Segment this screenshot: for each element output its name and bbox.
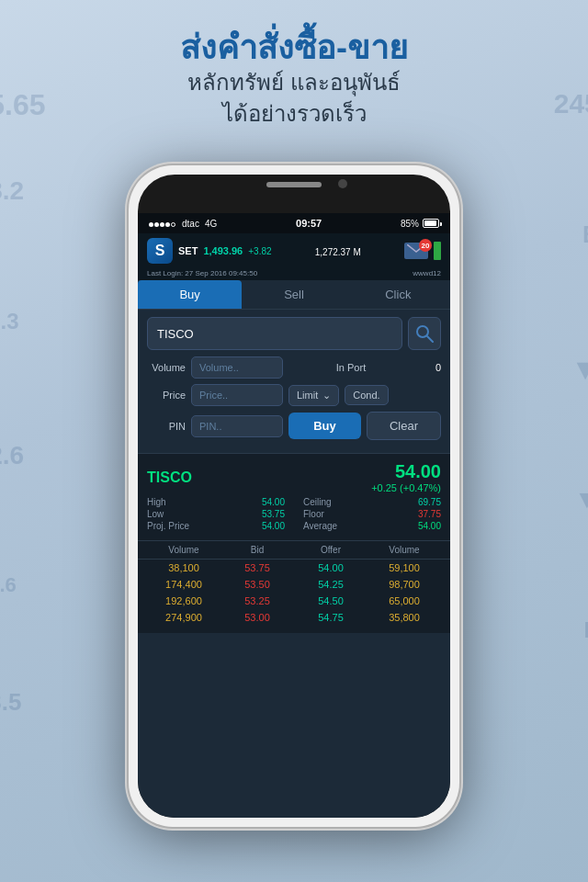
stock-price: 54.00 <box>395 461 441 481</box>
ob-vol1-4: 274,900 <box>147 612 220 623</box>
inport-label: In Port <box>288 362 413 373</box>
ob-vol2-2: 98,700 <box>368 579 441 590</box>
network-label: 4G <box>205 219 217 229</box>
login-info: Last Login: 27 Sep 2016 09:45:50 <box>147 269 257 277</box>
ob-vol1-1: 38,100 <box>147 562 220 573</box>
mail-icon-wrap[interactable]: 20 <box>404 243 428 259</box>
app-index: SET 1,493.96 +3.82 <box>178 245 272 256</box>
ob-offer-1: 54.00 <box>294 562 368 573</box>
tab-sell[interactable]: Sell <box>242 280 345 309</box>
svg-line-2 <box>427 336 433 342</box>
volume-label: Volume <box>147 362 186 373</box>
index-value: 1,493.96 <box>203 245 243 256</box>
floor-row: Floor 37.75 <box>303 509 441 519</box>
header-subtitle-1: หลักทรัพย์ และอนุพันธ์ <box>0 67 588 98</box>
stock-change: +0.25 (+0.47%) <box>371 482 441 493</box>
ob-bid-3: 53.25 <box>220 595 294 606</box>
phone-frame: dtac 4G 09:57 85% S SE <box>129 165 459 827</box>
search-button[interactable] <box>408 317 441 350</box>
form-area: TISCO Volume In Port 0 <box>138 310 450 453</box>
carrier-label: dtac <box>182 219 199 229</box>
low-label: Low <box>147 509 164 519</box>
buy-button[interactable]: Buy <box>288 413 361 439</box>
symbol-search-row: TISCO <box>147 317 441 350</box>
svg-point-1 <box>417 326 428 337</box>
ob-vol1-2: 174,400 <box>147 579 220 590</box>
ob-offer-2: 54.25 <box>294 579 368 590</box>
floor-label: Floor <box>303 509 324 519</box>
detail-col-left: High 54.00 Low 53.75 Proj. Price 54.00 <box>147 497 285 533</box>
battery-label: 85% <box>401 219 419 229</box>
ob-header-vol2: Volume <box>368 545 441 555</box>
high-row: High 54.00 <box>147 497 285 507</box>
high-value: 54.00 <box>262 497 285 507</box>
inport-value: 0 <box>419 362 441 373</box>
volume-row: Volume In Port 0 <box>147 356 441 379</box>
search-icon <box>415 324 434 343</box>
high-label: High <box>147 497 166 507</box>
detail-col-right: Ceiling 69.75 Floor 37.75 Average 54.00 <box>303 497 441 533</box>
tab-buy[interactable]: Buy <box>138 280 242 309</box>
stock-info: TISCO 54.00 +0.25 (+0.47%) High 54.00 <box>138 453 450 540</box>
proj-label: Proj. Price <box>147 521 189 531</box>
stock-name-row: TISCO 54.00 +0.25 (+0.47%) <box>147 461 441 493</box>
clear-button[interactable]: Clear <box>367 412 441 440</box>
header-section: ส่งคำสั่งซื้อ-ขาย หลักทรัพย์ และอนุพันธ์… <box>0 28 588 129</box>
ob-offer-3: 54.50 <box>294 595 368 606</box>
ceiling-value: 69.75 <box>418 497 441 507</box>
app-header: S SET 1,493.96 +3.82 1,272.37 M <box>138 233 450 268</box>
change-value: +0.25 <box>371 482 397 493</box>
limit-label: Limit <box>297 390 318 401</box>
stock-name: TISCO <box>147 469 192 486</box>
volume-input[interactable] <box>191 356 283 379</box>
low-value: 53.75 <box>262 509 285 519</box>
signal-dots <box>149 219 176 229</box>
limit-select[interactable]: Limit ⌄ <box>288 385 339 406</box>
header-subtitle-2: ได้อย่างรวดเร็ว <box>0 98 588 130</box>
ob-vol2-4: 35,800 <box>368 612 441 623</box>
order-row: 38,100 53.75 54.00 59,100 <box>138 560 450 576</box>
user-id: wwwd12 <box>413 269 441 277</box>
floor-value: 37.75 <box>418 509 441 519</box>
pin-label: PIN <box>147 421 186 432</box>
low-row: Low 53.75 <box>147 509 285 519</box>
chevron-down-icon: ⌄ <box>322 390 331 401</box>
proj-row: Proj. Price 54.00 <box>147 521 285 531</box>
pin-row: PIN Buy Clear <box>147 412 441 440</box>
ob-vol2-1: 59,100 <box>368 562 441 573</box>
ob-bid-4: 53.00 <box>220 612 294 623</box>
price-input[interactable] <box>191 384 283 406</box>
ob-header-bid: Bid <box>220 545 294 555</box>
symbol-input[interactable]: TISCO <box>147 317 402 350</box>
order-book-header: Volume Bid Offer Volume <box>138 540 450 560</box>
ob-bid-2: 53.50 <box>220 579 294 590</box>
ob-vol1-3: 192,600 <box>147 595 220 606</box>
order-row: 174,400 53.50 54.25 98,700 <box>138 576 450 593</box>
order-row: 274,900 53.00 54.75 35,800 <box>138 609 450 626</box>
ob-offer-4: 54.75 <box>294 612 368 623</box>
ob-header-vol1: Volume <box>147 545 220 555</box>
ob-header-offer: Offer <box>294 545 368 555</box>
status-right: 85% <box>401 219 439 229</box>
time-label: 09:57 <box>296 218 322 229</box>
ob-vol2-3: 65,000 <box>368 595 441 606</box>
pin-input[interactable] <box>191 415 283 437</box>
battery-fill <box>424 220 436 226</box>
order-row: 192,600 53.25 54.50 65,000 <box>138 593 450 609</box>
order-book: Volume Bid Offer Volume 38,100 53.75 54.… <box>138 540 450 633</box>
phone-screen: dtac 4G 09:57 85% S SE <box>138 213 450 818</box>
cond-button[interactable]: Cond. <box>345 385 388 405</box>
ob-bid-1: 53.75 <box>220 562 294 573</box>
average-value: 54.00 <box>418 521 441 531</box>
signal-bar <box>434 242 441 260</box>
index-change: +3.82 <box>248 246 271 256</box>
status-bar: dtac 4G 09:57 85% <box>138 213 450 233</box>
battery-icon <box>423 219 439 228</box>
clear-label: Clear <box>390 419 418 433</box>
header-title: ส่งคำสั่งซื้อ-ขาย <box>0 28 588 67</box>
average-label: Average <box>303 521 337 531</box>
tab-bar: Buy Sell Click <box>138 280 450 310</box>
tab-click[interactable]: Click <box>346 280 450 309</box>
buy-label: Buy <box>313 419 336 433</box>
proj-value: 54.00 <box>262 521 285 531</box>
